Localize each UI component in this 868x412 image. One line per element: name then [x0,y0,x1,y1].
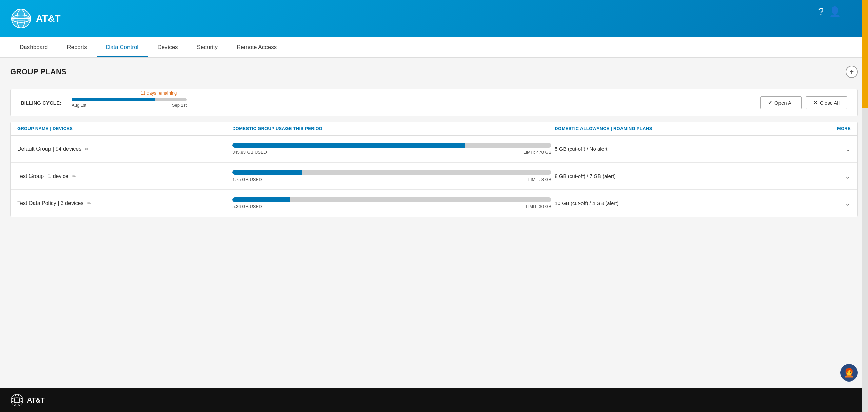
nav-item-remote-access[interactable]: Remote Access [227,39,286,57]
edit-icon-2[interactable]: ✏ [87,201,91,206]
allowance-2: 10 GB (cut-off) / 4 GB (alert) [555,200,824,206]
usage-used-0: 345.83 GB USED [232,150,267,155]
usage-container-2: 5.36 GB USED LIMIT: 30 GB [232,197,555,209]
open-all-label: Open All [774,100,794,106]
usage-bar-track-1 [232,170,551,175]
nav-item-security[interactable]: Security [188,39,227,57]
nav-item-devices[interactable]: Devices [148,39,187,57]
nav-item-reports[interactable]: Reports [57,39,97,57]
usage-limit-0: LIMIT: 470 GB [523,150,551,155]
add-group-button[interactable]: + [846,66,858,78]
user-icon[interactable]: 👤 [829,6,841,17]
billing-bar-container: 11 days remaining Aug 1st Sep 1st [72,98,187,108]
close-all-x-icon: ✕ [813,100,818,106]
usage-bar-fill-1 [232,170,302,175]
chat-button[interactable]: 🧑‍🦰 [840,364,858,382]
billing-remaining: 11 days remaining [141,90,177,96]
close-all-label: Close All [820,100,840,106]
edit-icon-0[interactable]: ✏ [85,146,89,152]
section-title: GROUP PLANS [10,67,66,76]
group-table: GROUP NAME | DEVICES DOMESTIC GROUP USAG… [10,122,858,217]
billing-tick [155,97,155,103]
table-header: GROUP NAME | DEVICES DOMESTIC GROUP USAG… [11,122,857,136]
usage-container-1: 1.75 GB USED LIMIT: 8 GB [232,170,555,182]
header: AT&T ? 👤 [0,0,868,37]
logo: AT&T [10,8,71,29]
usage-bar-track-2 [232,197,551,202]
close-all-button[interactable]: ✕ Close All [806,96,847,109]
billing-dates: Aug 1st Sep 1st [72,103,187,108]
nav-item-dashboard[interactable]: Dashboard [10,39,57,57]
billing-label: BILLING CYCLE: [21,100,61,106]
open-close-buttons: ✔ Open All ✕ Close All [760,96,847,109]
billing-section: BILLING CYCLE: 11 days remaining Aug 1st… [10,89,858,116]
usage-container-0: 345.83 GB USED LIMIT: 470 GB [232,143,555,155]
open-all-checkmark-icon: ✔ [768,100,772,106]
footer: AT&T [0,388,868,412]
group-name-1: Test Group | 1 device ✏ [17,173,232,179]
allowance-1: 8 GB (cut-off) / 7 GB (alert) [555,173,824,179]
nav-item-data-control[interactable]: Data Control [97,39,148,57]
col-header-more: MORE [824,126,851,131]
logo-text: AT&T [36,13,61,24]
usage-bar-fill-2 [232,197,290,202]
col-header-group-name: GROUP NAME | DEVICES [17,126,232,131]
main-content: GROUP PLANS + BILLING CYCLE: 11 days rem… [0,58,868,388]
expand-icon-0[interactable]: ⌄ [824,145,851,153]
header-icons: ? 👤 [818,6,841,17]
footer-logo: AT&T [10,393,45,407]
usage-used-1: 1.75 GB USED [232,177,262,182]
scrollbar-track[interactable] [862,0,868,412]
billing-start-date: Aug 1st [72,103,86,108]
help-icon[interactable]: ? [818,6,824,17]
footer-globe-icon [10,393,24,407]
att-globe-icon [10,8,32,29]
usage-labels-0: 345.83 GB USED LIMIT: 470 GB [232,150,551,155]
group-name-0: Default Group | 94 devices ✏ [17,146,232,152]
open-all-button[interactable]: ✔ Open All [760,96,802,109]
edit-icon-1[interactable]: ✏ [72,173,76,179]
expand-icon-1[interactable]: ⌄ [824,172,851,180]
usage-labels-2: 5.36 GB USED LIMIT: 30 GB [232,204,551,209]
table-row: Test Group | 1 device ✏ 1.75 GB USED LIM… [11,163,857,190]
chat-avatar-icon: 🧑‍🦰 [844,368,854,378]
expand-icon-2[interactable]: ⌄ [824,199,851,207]
group-name-2: Test Data Policy | 3 devices ✏ [17,200,232,206]
section-header: GROUP PLANS + [10,66,858,82]
usage-bar-track-0 [232,143,551,148]
footer-logo-text: AT&T [27,396,45,404]
usage-used-2: 5.36 GB USED [232,204,262,209]
billing-bar-track [72,98,187,101]
table-row: Test Data Policy | 3 devices ✏ 5.36 GB U… [11,190,857,217]
usage-limit-1: LIMIT: 8 GB [528,177,552,182]
usage-labels-1: 1.75 GB USED LIMIT: 8 GB [232,177,551,182]
allowance-0: 5 GB (cut-off) / No alert [555,146,824,152]
nav-bar: Dashboard Reports Data Control Devices S… [0,37,868,58]
col-header-usage: DOMESTIC GROUP USAGE THIS PERIOD [232,126,555,131]
col-header-allowance: DOMESTIC ALLOWANCE | ROAMING PLANS [555,126,824,131]
scrollbar-thumb[interactable] [862,0,868,108]
table-row: Default Group | 94 devices ✏ 345.83 GB U… [11,136,857,163]
usage-bar-fill-0 [232,143,465,148]
billing-end-date: Sep 1st [172,103,187,108]
billing-bar-fill [72,98,155,101]
usage-limit-2: LIMIT: 30 GB [526,204,551,209]
